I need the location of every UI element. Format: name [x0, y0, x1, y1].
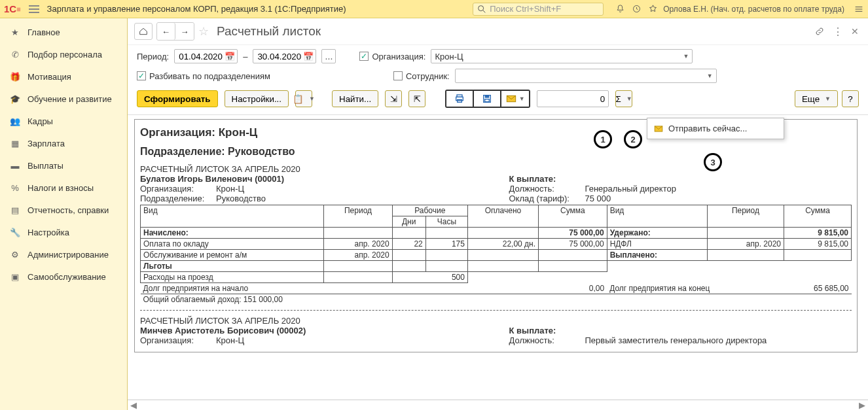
split-checkbox[interactable]: Разбивать по подразделениям	[137, 71, 270, 81]
sidebar-item-payments[interactable]: ▬Выплаты	[0, 154, 127, 177]
payslip-table: Вид Период Рабочие Оплачено Сумма Вид Пе…	[140, 205, 852, 305]
slip-title: РАСЧЕТНЫЙ ЛИСТОК ЗА АПРЕЛЬ 2020	[140, 316, 852, 326]
mail-dropdown: Отправить сейчас...	[647, 118, 784, 139]
wrench-icon: 🔧	[9, 226, 21, 238]
house-icon	[138, 26, 149, 37]
table-icon: ▦	[9, 137, 21, 149]
sidebar-item-reports[interactable]: ▤Отчетность, справки	[0, 199, 127, 221]
sidebar-item-hr[interactable]: 👥Кадры	[0, 110, 127, 132]
forward-button[interactable]: →	[175, 23, 194, 40]
home-button[interactable]	[134, 23, 153, 40]
sidebar-item-admin[interactable]: ⚙Администрирование	[0, 243, 127, 265]
link-icon[interactable]	[814, 26, 825, 37]
print-button[interactable]	[446, 91, 474, 107]
phone-icon: ✆	[9, 48, 21, 60]
checkbox-icon	[359, 52, 369, 61]
app-topbar: 1C≡ Зарплата и управление персоналом КОР…	[0, 0, 868, 18]
global-search[interactable]: Поиск Ctrl+Shift+F	[473, 3, 604, 16]
filter-row2: Разбивать по подразделениям Сотрудник: ▼	[128, 67, 868, 87]
calendar-icon[interactable]: 📅	[303, 52, 314, 61]
sidebar-item-tax[interactable]: %Налоги и взносы	[0, 177, 127, 199]
org-checkbox[interactable]: Организация:	[359, 52, 425, 61]
to-pay-label: К выплате:	[509, 174, 852, 184]
mail-icon	[654, 125, 663, 133]
sidebar-item-settings[interactable]: 🔧Настройка	[0, 221, 127, 243]
horizontal-scrollbar[interactable]: ◀ ▶	[128, 400, 868, 410]
gift-icon: 🎁	[9, 71, 21, 82]
graduation-icon: 🎓	[9, 93, 21, 105]
chevron-down-icon: ▼	[683, 53, 689, 60]
settings-lines-icon[interactable]	[854, 4, 864, 14]
employee-checkbox[interactable]: Сотрудник:	[393, 71, 450, 81]
back-button[interactable]: ←	[157, 23, 175, 40]
date-to-input[interactable]: 📅	[253, 49, 316, 63]
favorite-star-icon[interactable]: ☆	[198, 24, 209, 39]
annotation-1: 1	[594, 130, 612, 148]
app-title: Зарплата и управление персоналом КОРП, р…	[47, 4, 346, 14]
filter-row1: Период: 📅 – 📅 ... Организация: Крон-Ц ▼	[128, 45, 868, 67]
expand-button[interactable]: ⇲	[385, 90, 402, 107]
report-scroll[interactable]: Организация: Крон-Ц Подразделение: Руков…	[128, 115, 868, 400]
kebab-icon[interactable]: ⋮	[833, 26, 843, 38]
collapse-button[interactable]: ⇱	[408, 90, 425, 107]
find-button[interactable]: Найти...	[332, 90, 378, 107]
dept-heading: Подразделение: Руководство	[140, 146, 852, 158]
floppy-icon	[482, 94, 492, 104]
save-button[interactable]	[474, 91, 501, 107]
user-name[interactable]: Орлова Е.Н. (Нач. отд. расчетов по оплат…	[663, 5, 844, 14]
star-icon[interactable]	[648, 4, 658, 14]
self-icon: ▣	[9, 271, 21, 282]
svg-rect-10	[485, 95, 488, 97]
people-icon: 👥	[9, 115, 21, 127]
sidebar: ★Главное ✆Подбор персонала 🎁Мотивация 🎓О…	[0, 18, 128, 410]
svg-point-0	[479, 5, 484, 10]
doc-title: Расчетный листок	[217, 24, 321, 39]
send-now-item[interactable]: Отправить сейчас...	[647, 121, 784, 136]
sidebar-item-training[interactable]: 🎓Обучение и развитие	[0, 88, 127, 110]
separator	[140, 310, 852, 311]
calendar-icon[interactable]: 📅	[225, 52, 235, 61]
date-to-value[interactable]	[257, 52, 303, 61]
sigma-button[interactable]: Σ▼	[615, 90, 632, 107]
payslip-2: РАСЧЕТНЫЙ ЛИСТОК ЗА АПРЕЛЬ 2020 Минчев А…	[140, 316, 852, 345]
help-button[interactable]: ?	[842, 90, 859, 107]
dash: –	[243, 52, 247, 61]
bell-icon[interactable]	[615, 4, 625, 14]
annotation-2: 2	[624, 130, 642, 148]
doc-header: ← → ☆ Расчетный листок ⋮ ✕	[128, 18, 868, 45]
employee-name: Минчев Аристотель Борисович (00002)	[140, 326, 483, 335]
svg-rect-11	[485, 99, 490, 102]
employee-select[interactable]: ▼	[455, 69, 717, 83]
svg-line-1	[483, 10, 485, 12]
search-placeholder: Поиск Ctrl+Shift+F	[490, 4, 561, 14]
checkbox-icon	[137, 71, 146, 80]
output-button-group: ▼	[445, 90, 530, 108]
date-from-input[interactable]: 📅	[174, 49, 238, 63]
more-button[interactable]: Еще▼	[795, 90, 838, 107]
content-area: ← → ☆ Расчетный листок ⋮ ✕ Период: 📅 – 📅	[128, 18, 868, 410]
payslip-1: РАСЧЕТНЫЙ ЛИСТОК ЗА АПРЕЛЬ 2020 Булатов …	[140, 164, 852, 305]
print-icon	[454, 94, 465, 104]
menu-toggle-icon[interactable]	[26, 3, 42, 16]
home-icon: ★	[9, 26, 21, 38]
close-icon[interactable]: ✕	[851, 26, 859, 37]
sidebar-item-main[interactable]: ★Главное	[0, 21, 127, 43]
date-from-value[interactable]	[179, 52, 225, 61]
create-button[interactable]: Сформировать	[137, 90, 218, 107]
sidebar-item-recruit[interactable]: ✆Подбор персонала	[0, 43, 127, 65]
chevron-down-icon: ▼	[707, 73, 713, 79]
period-select-button[interactable]: ...	[321, 49, 336, 63]
variant-button[interactable]: 📋▼	[295, 90, 312, 107]
org-select[interactable]: Крон-Ц ▼	[431, 49, 693, 63]
sidebar-item-salary[interactable]: ▦Зарплата	[0, 132, 127, 154]
history-icon[interactable]	[632, 4, 642, 14]
annotation-3: 3	[704, 153, 722, 171]
zero-input[interactable]	[537, 90, 609, 107]
slip-title: РАСЧЕТНЫЙ ЛИСТОК ЗА АПРЕЛЬ 2020	[140, 164, 852, 174]
search-icon	[477, 4, 487, 14]
sidebar-item-self[interactable]: ▣Самообслуживание	[0, 265, 127, 288]
mail-button[interactable]: ▼	[501, 91, 529, 107]
employee-name: Булатов Игорь Виленович (00001)	[140, 174, 483, 184]
sidebar-item-motivation[interactable]: 🎁Мотивация	[0, 65, 127, 88]
settings-button[interactable]: Настройки...	[225, 90, 289, 107]
